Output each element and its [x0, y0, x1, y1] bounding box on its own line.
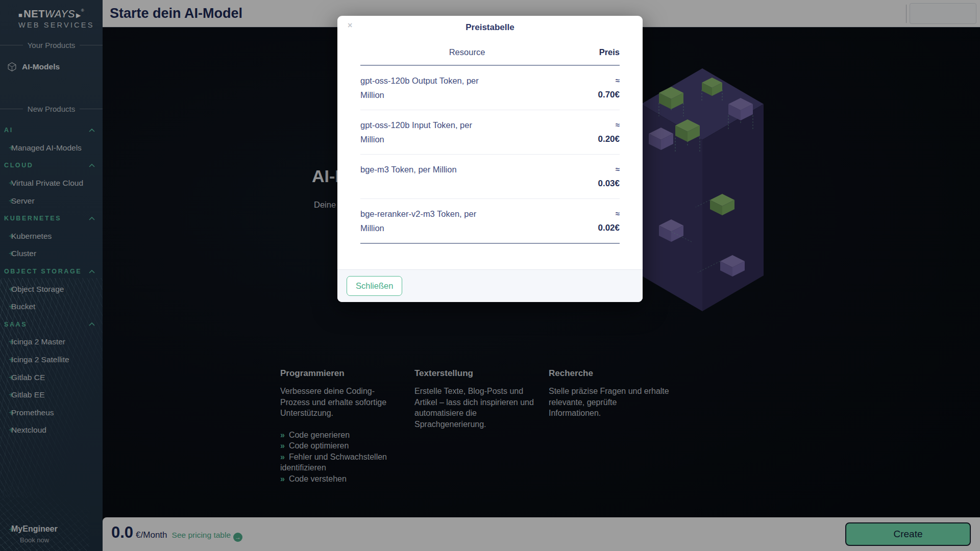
resource-cell: gpt-oss-120b Input Token, per Million: [360, 118, 496, 146]
price-table-row: bge-reranker-v2-m3 Token, per Million ≈0…: [360, 198, 620, 243]
resource-cell: bge-m3 Token, per Million: [360, 162, 496, 191]
price-table-body: gpt-oss-120b Output Token, per Million ≈…: [360, 66, 620, 244]
close-icon[interactable]: ×: [348, 21, 352, 30]
resource-cell: bge-reranker-v2-m3 Token, per Million: [360, 207, 496, 235]
price-value: 0.02€: [558, 221, 620, 235]
price-table-row: gpt-oss-120b Input Token, per Million ≈0…: [360, 110, 620, 154]
modal-footer: Schließen: [337, 269, 643, 302]
price-table-header: Resource Preis: [360, 38, 620, 66]
schliessen-button[interactable]: Schließen: [347, 276, 402, 296]
approx-symbol: ≈: [558, 73, 620, 88]
approx-symbol: ≈: [558, 207, 620, 221]
price-cell: ≈0.20€: [558, 118, 620, 146]
price-value: 0.70€: [558, 88, 620, 102]
modal-title: Preistabelle: [337, 22, 643, 33]
column-header-preis: Preis: [574, 47, 620, 57]
price-table-row: bge-m3 Token, per Million ≈0.03€: [360, 154, 620, 198]
approx-symbol: ≈: [558, 118, 620, 132]
price-table: Resource Preis gpt-oss-120b Output Token…: [360, 38, 620, 244]
modal-body: Resource Preis gpt-oss-120b Output Token…: [337, 38, 643, 269]
price-table-row: gpt-oss-120b Output Token, per Million ≈…: [360, 66, 620, 110]
column-header-resource: Resource: [360, 47, 574, 57]
price-cell: ≈0.70€: [558, 73, 620, 102]
pricing-modal: × Preistabelle Resource Preis gpt-oss-12…: [337, 16, 643, 302]
modal-header: × Preistabelle: [337, 16, 643, 38]
app-root: ■NETWAYS▶® WEB SERVICES Your Products AI…: [0, 0, 980, 551]
price-cell: ≈0.02€: [558, 207, 620, 235]
price-value: 0.20€: [558, 132, 620, 146]
resource-cell: gpt-oss-120b Output Token, per Million: [360, 73, 496, 102]
modal-spacer: [360, 244, 620, 269]
approx-symbol: ≈: [558, 162, 620, 177]
price-value: 0.03€: [558, 177, 620, 191]
price-cell: ≈0.03€: [558, 162, 620, 191]
